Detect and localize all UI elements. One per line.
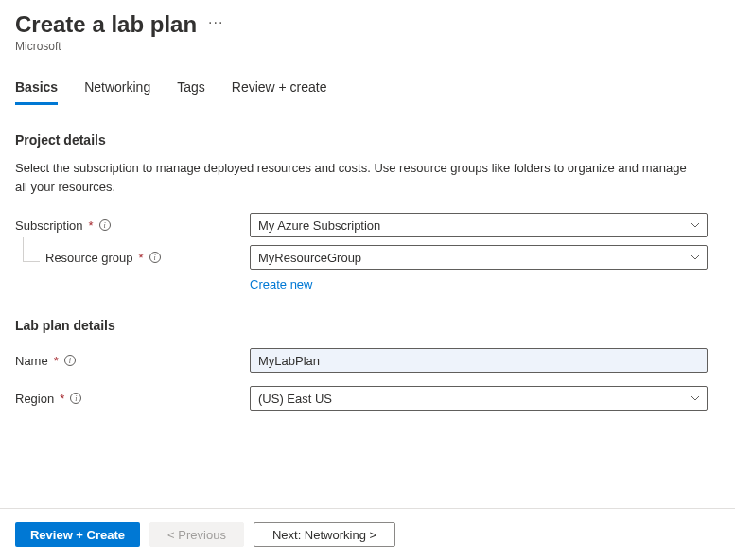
region-label-text: Region — [15, 392, 54, 406]
info-icon[interactable]: i — [149, 252, 161, 263]
resource-group-select[interactable]: MyResourceGroup — [250, 245, 708, 270]
review-create-button[interactable]: Review + Create — [15, 522, 140, 547]
tab-tags[interactable]: Tags — [177, 79, 205, 105]
subscription-label: Subscription * i — [15, 219, 250, 233]
tab-basics[interactable]: Basics — [15, 79, 58, 105]
project-details-heading: Project details — [15, 132, 712, 148]
required-asterisk: * — [60, 392, 64, 406]
info-icon[interactable]: i — [70, 393, 81, 404]
required-asterisk: * — [54, 354, 59, 368]
subscription-select[interactable]: My Azure Subscription — [250, 213, 708, 237]
page-subtitle: Microsoft — [15, 40, 712, 53]
region-label: Region * i — [15, 392, 250, 406]
next-button[interactable]: Next: Networking > — [254, 522, 395, 547]
subscription-label-text: Subscription — [15, 219, 83, 233]
name-label: Name * i — [15, 354, 250, 368]
hierarchy-line — [23, 237, 40, 262]
region-value: (US) East US — [250, 386, 708, 411]
resource-group-value: MyResourceGroup — [250, 245, 708, 270]
required-asterisk: * — [139, 251, 144, 265]
project-details-description: Select the subscription to manage deploy… — [15, 159, 696, 196]
name-label-text: Name — [15, 354, 48, 368]
region-select[interactable]: (US) East US — [250, 386, 708, 411]
subscription-value: My Azure Subscription — [250, 213, 708, 237]
tab-review-create[interactable]: Review + create — [232, 79, 327, 105]
info-icon[interactable]: i — [64, 355, 76, 366]
previous-button: < Previous — [149, 522, 244, 547]
create-new-link[interactable]: Create new — [250, 277, 312, 291]
info-icon[interactable]: i — [99, 219, 111, 231]
name-input[interactable] — [250, 348, 708, 373]
lab-plan-details-heading: Lab plan details — [15, 318, 712, 333]
resource-group-label: Resource group * i — [15, 251, 250, 265]
page-title: Create a lab plan — [15, 11, 197, 38]
required-asterisk: * — [89, 219, 94, 233]
resource-group-label-text: Resource group — [45, 251, 133, 265]
more-icon[interactable]: ··· — [208, 15, 223, 34]
tab-networking[interactable]: Networking — [84, 79, 150, 105]
footer-bar: Review + Create < Previous Next: Network… — [0, 508, 735, 560]
tab-bar: Basics Networking Tags Review + create — [15, 79, 712, 106]
